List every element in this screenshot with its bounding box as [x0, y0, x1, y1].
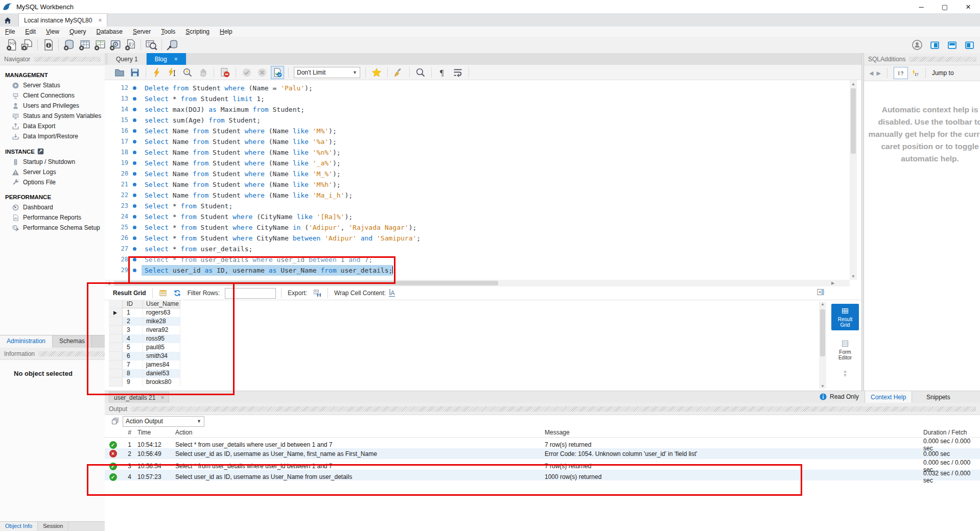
- limit-dropdown[interactable]: Don't Limit▼: [294, 67, 360, 78]
- save-button[interactable]: [128, 66, 142, 79]
- opensql-toolbar-icon[interactable]: [20, 38, 34, 52]
- sidebar-item-server-logs[interactable]: Server Logs: [0, 167, 105, 177]
- sidebar-item-options-file[interactable]: Options File: [0, 177, 105, 187]
- code-line-23[interactable]: 23Select * from Student;: [105, 201, 861, 211]
- boltmag-button[interactable]: [181, 66, 194, 79]
- table-row[interactable]: 5paul85: [109, 343, 180, 352]
- forward-icon[interactable]: ▶: [876, 70, 880, 77]
- wrap-button[interactable]: [451, 66, 464, 79]
- query-tab-blog[interactable]: Blog×: [147, 53, 186, 65]
- bolt-button[interactable]: [150, 66, 164, 79]
- menu-scripting[interactable]: Scripting: [180, 27, 215, 36]
- code-line-24[interactable]: 24Select * from Student where (CityName …: [105, 211, 861, 222]
- func-toolbar-icon[interactable]: f(): [123, 38, 137, 52]
- code-line-18[interactable]: 18Select Name from Student where (Name l…: [105, 147, 861, 158]
- scroll-down-icon[interactable]: ▼: [819, 384, 826, 389]
- view-toolbar-icon[interactable]: [92, 38, 107, 52]
- sidebar-item-data-import-restore[interactable]: Data Import/Restore: [0, 131, 105, 141]
- newsql-toolbar-icon[interactable]: SQL: [5, 38, 19, 52]
- export-icon[interactable]: [312, 288, 323, 298]
- editor-vscroll-thumb[interactable]: [851, 88, 856, 154]
- output-row-4[interactable]: ✓410:57:23Select user_id as ID, username…: [105, 470, 980, 480]
- jump-to-button[interactable]: Jump to: [932, 69, 954, 77]
- pilcrow-button[interactable]: ¶: [436, 66, 449, 79]
- scroll-down-icon[interactable]: ▼: [850, 273, 857, 280]
- result-grid-scrollbar[interactable]: ▲ ▼: [819, 302, 826, 389]
- mag-button[interactable]: [414, 66, 427, 79]
- collapse-panel-icon[interactable]: [816, 288, 825, 296]
- panel-left-icon[interactable]: [927, 38, 942, 52]
- sidebar-item-server-status[interactable]: Server Status: [0, 80, 105, 90]
- scroll-up-icon[interactable]: ▲: [850, 80, 857, 87]
- editor-hscroll-thumb[interactable]: [114, 281, 498, 285]
- close-icon[interactable]: ×: [174, 56, 178, 63]
- sidebar-item-dashboard[interactable]: Dashboard: [0, 202, 105, 212]
- code-line-12[interactable]: 12Delete from Student where (Name = 'Pal…: [105, 83, 861, 93]
- menu-view[interactable]: View: [41, 27, 64, 36]
- sql-code-editor[interactable]: 12Delete from Student where (Name = 'Pal…: [105, 80, 861, 280]
- tab-snippets[interactable]: Snippets: [921, 391, 956, 403]
- code-line-29[interactable]: 29Select user_id as ID, username as User…: [105, 265, 861, 276]
- code-line-28[interactable]: 28Select * from user_details where user_…: [105, 254, 861, 265]
- autocommit-button[interactable]: [271, 66, 284, 79]
- context-help-icon[interactable]: I?: [894, 67, 908, 79]
- menu-edit[interactable]: Edit: [20, 27, 41, 36]
- result-set-tab-close-icon[interactable]: ×: [160, 394, 164, 401]
- sidebar-item-startup-shutdown[interactable]: Startup / Shutdown: [0, 157, 105, 167]
- wrap-cell-icon[interactable]: ĪA: [389, 290, 394, 297]
- dbplug-toolbar-icon[interactable]: [165, 38, 179, 52]
- code-line-21[interactable]: 21Select Name from Student where (Name l…: [105, 179, 861, 190]
- tab-session[interactable]: Session: [38, 522, 68, 531]
- boltcur-button[interactable]: [166, 66, 179, 79]
- scroll-left-icon[interactable]: ◀: [105, 281, 112, 285]
- code-line-16[interactable]: 16Select Name from Student where (Name l…: [105, 126, 861, 136]
- tab-context-help[interactable]: Context Help: [865, 391, 912, 403]
- table-row[interactable]: 1rogers63: [109, 308, 180, 317]
- folder-button[interactable]: [113, 66, 126, 79]
- result-set-tab[interactable]: user_details 21 ×: [109, 392, 169, 403]
- back-icon[interactable]: ◀: [869, 70, 873, 77]
- code-line-19[interactable]: 19Select Name from Student where (Name l…: [105, 158, 861, 168]
- code-line-15[interactable]: 15select sum(Age) from Student;: [105, 115, 861, 126]
- menu-file[interactable]: File: [0, 27, 20, 36]
- broom-button[interactable]: [392, 66, 405, 79]
- home-icon[interactable]: [0, 14, 15, 27]
- hand-button[interactable]: [196, 66, 209, 79]
- tab-object-info[interactable]: Object Info: [0, 522, 38, 531]
- inspector-toolbar-icon[interactable]: [41, 38, 55, 52]
- connection-tab-close-icon[interactable]: ×: [98, 17, 102, 24]
- code-line-22[interactable]: 22Select Name from Student where (Name l…: [105, 190, 861, 201]
- column-header-user-name[interactable]: User_Name: [143, 300, 180, 308]
- table-row[interactable]: 4ross95: [109, 334, 180, 343]
- table-row[interactable]: 9brooks80: [109, 378, 180, 387]
- minimize-icon[interactable]: ─: [909, 0, 933, 13]
- sidebar-item-data-export[interactable]: Data Export: [0, 121, 105, 131]
- table-row[interactable]: 6smith34: [109, 352, 180, 360]
- panel-bottom-icon[interactable]: [945, 38, 959, 52]
- code-line-13[interactable]: 13Select * from Student limit 1;: [105, 93, 861, 104]
- menu-help[interactable]: Help: [215, 27, 238, 36]
- maximize-icon[interactable]: ▢: [933, 0, 956, 13]
- view-button-form-editor[interactable]: FormEditor: [831, 336, 859, 363]
- menu-server[interactable]: Server: [128, 27, 156, 36]
- auto-context-help-icon[interactable]: I?: [911, 69, 919, 77]
- code-line-25[interactable]: 25Select * from Student where CityName i…: [105, 222, 861, 233]
- code-line-27[interactable]: 27select * from user_details;: [105, 244, 861, 254]
- refresh-icon[interactable]: [172, 288, 183, 298]
- proc-toolbar-icon[interactable]: [108, 38, 122, 52]
- sidebar-item-client-connections[interactable]: Client Connections: [0, 90, 105, 101]
- editor-horizontal-scrollbar[interactable]: ◀ ▶: [105, 280, 850, 286]
- panel-right-icon[interactable]: [962, 38, 976, 52]
- sidebar-item-performance-reports[interactable]: Performance Reports: [0, 212, 105, 223]
- grid-icon[interactable]: [157, 288, 169, 298]
- code-line-20[interactable]: 20Select Name from Student where (Name l…: [105, 168, 861, 179]
- tab-administration[interactable]: Administration: [0, 335, 53, 348]
- table-row[interactable]: 3rivera92: [109, 326, 180, 334]
- menu-tools[interactable]: Tools: [156, 27, 180, 36]
- menu-query[interactable]: Query: [64, 27, 91, 36]
- table-toolbar-icon[interactable]: [77, 38, 91, 52]
- user-icon[interactable]: [910, 38, 924, 52]
- output-row-1[interactable]: ✓110:54:12Select * from user_details whe…: [105, 438, 980, 448]
- action-output-dropdown[interactable]: Action Output ▼: [123, 416, 204, 427]
- table-row[interactable]: 8daniel53: [109, 369, 180, 378]
